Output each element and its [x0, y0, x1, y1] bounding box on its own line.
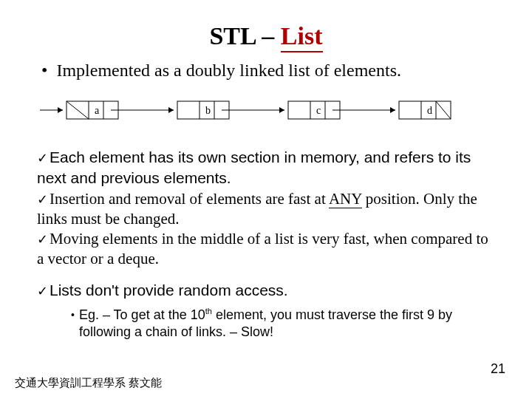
main-bullet: • Implemented as a doubly linked list of…	[37, 61, 495, 81]
check-3: ✓Moving elements in the middle of a list…	[37, 229, 495, 270]
label-a: a	[95, 105, 100, 116]
svg-rect-6	[177, 101, 229, 119]
check-icon: ✓	[37, 284, 48, 299]
sub-list: • Eg. – To get at the 10th element, you …	[71, 307, 495, 340]
sub-item: • Eg. – To get at the 10th element, you …	[71, 307, 495, 340]
svg-rect-0	[66, 101, 118, 119]
sub-text: Eg. – To get at the 10th element, you mu…	[79, 307, 495, 340]
node-c: c	[288, 101, 340, 119]
c2b: and removal of elements are fast at	[105, 190, 329, 208]
svg-marker-5	[168, 107, 174, 113]
svg-marker-15	[390, 107, 395, 113]
svg-line-19	[436, 101, 451, 119]
c1a: Each	[50, 149, 85, 166]
label-b: b	[205, 105, 211, 116]
check-icon: ✓	[37, 151, 48, 166]
check-1: ✓Each element has its own section in mem…	[37, 147, 495, 189]
svg-marker-10	[279, 107, 284, 113]
title-black: STL –	[209, 22, 280, 50]
c2any: ANY	[329, 190, 362, 208]
svg-marker-21	[58, 107, 63, 113]
c4b: don't provide random access.	[81, 282, 288, 299]
svg-line-2	[66, 101, 89, 119]
page-number: 21	[491, 361, 505, 377]
arrow-a-b	[111, 107, 174, 113]
body-block: ✓Each element has its own section in mem…	[37, 147, 495, 340]
arrow-b-c	[222, 107, 284, 113]
bullet-dot: •	[41, 61, 47, 81]
eg-th: th	[205, 307, 212, 316]
c4a: Lists	[50, 282, 81, 299]
eg-a: Eg. – To get at the 10	[79, 307, 205, 322]
check-4: ✓Lists don't provide random access.	[37, 280, 495, 301]
c1b: element has its own section in memory, a…	[37, 149, 471, 186]
c2a: Insertion	[50, 190, 105, 208]
arrow-c-d	[332, 107, 395, 113]
c3a: Moving	[50, 230, 99, 248]
svg-rect-11	[288, 101, 340, 119]
arrow-head-in	[40, 107, 63, 113]
check-2: ✓Insertion and removal of elements are f…	[37, 189, 495, 230]
label-d: d	[427, 105, 432, 116]
main-bullet-text: Implemented as a doubly linked list of e…	[56, 61, 401, 81]
check-icon: ✓	[37, 192, 48, 207]
label-c: c	[316, 105, 321, 116]
title-red: List	[281, 22, 323, 52]
c3b: elements in the middle of a list is very…	[37, 230, 488, 267]
footer-text: 交通大學資訓工程學系 蔡文能	[15, 376, 162, 390]
slide-title: STL – List	[37, 22, 495, 50]
linked-list-diagram: a b c	[37, 94, 480, 126]
node-d: d	[399, 101, 451, 119]
node-a: a	[66, 101, 118, 119]
node-b: b	[177, 101, 229, 119]
sub-dot: •	[71, 307, 75, 340]
check-icon: ✓	[37, 232, 48, 247]
